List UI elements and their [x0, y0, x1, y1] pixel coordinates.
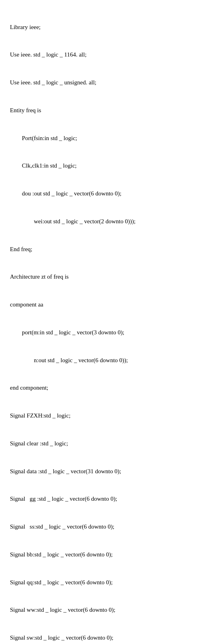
code-line: Clk,clk1:in std _ logic;	[10, 161, 213, 170]
code-line: port(m:in std _ logic _ vector(3 downto …	[10, 328, 213, 337]
code-line: wei:out std _ logic _ vector(2 downto 0)…	[10, 217, 213, 226]
code-line: dou :out std _ logic _ vector(6 downto 0…	[10, 189, 213, 198]
code-line: end component;	[10, 383, 213, 392]
code-line: Entity freq is	[10, 106, 213, 115]
code-line: Signal qq:std _ logic _ vector(6 downto …	[10, 578, 213, 587]
code-line: Signal bb:std _ logic _ vector(6 downto …	[10, 550, 213, 559]
code-line: Use ieee. std _ logic _ unsigned. all;	[10, 78, 213, 87]
code-line: Signal ww:std _ logic _ vector(6 downto …	[10, 605, 213, 615]
code-line: Port(fsin:in std _ logic;	[10, 134, 213, 143]
code-line: component aa	[10, 300, 213, 309]
code-line: Signal ss:std _ logic _ vector(6 downto …	[10, 522, 213, 531]
code-line: Signal FZXH:std _ logic;	[10, 411, 213, 420]
code-line: Architecture zt of freq is	[10, 272, 213, 281]
code-line: Use ieee. std _ logic _ 1164. all;	[10, 50, 213, 59]
code-line: End freq;	[10, 245, 213, 254]
code-container: Library ieee; Use ieee. std _ logic _ 11…	[10, 4, 213, 644]
code-line: n:out std _ logic _ vector(6 downto 0));	[10, 356, 213, 365]
code-line: Library ieee;	[10, 23, 213, 32]
code-line: Signal data :std _ logic _ vector(31 dow…	[10, 467, 213, 476]
code-line: Signal clear :std _ logic;	[10, 439, 213, 448]
code-line: Signal gg :std _ logic _ vector(6 downto…	[10, 494, 213, 503]
code-line: Signal sw:std _ logic _ vector(6 downto …	[10, 633, 213, 642]
